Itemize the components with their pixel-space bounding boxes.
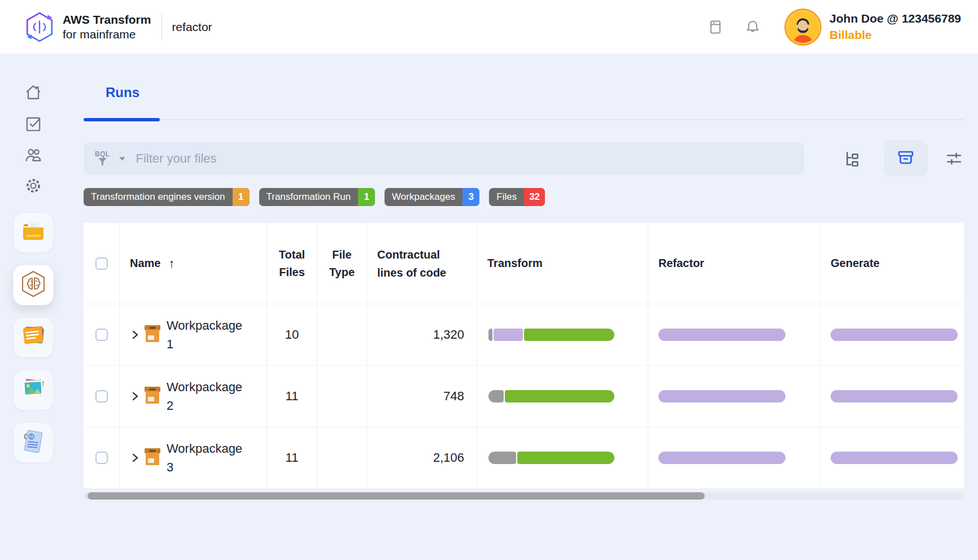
chip-files[interactable]: Files 32 xyxy=(489,188,545,206)
row-checkbox[interactable] xyxy=(95,390,108,403)
chevron-right-icon[interactable] xyxy=(130,391,140,402)
notes-stack-icon xyxy=(20,325,46,351)
left-sidebar: $ xyxy=(0,54,67,560)
notes-button[interactable] xyxy=(13,317,54,358)
billing-button[interactable]: $ xyxy=(13,422,54,463)
row-checkbox[interactable] xyxy=(95,329,108,341)
sliders-icon[interactable] xyxy=(944,148,964,169)
tab-runs-active-indicator xyxy=(84,118,160,121)
sort-ascending-icon[interactable]: ↑ xyxy=(168,256,174,271)
horizontal-scrollbar-thumb[interactable] xyxy=(88,492,705,500)
transform-brain-button[interactable] xyxy=(13,265,54,305)
bql-funnel-icon[interactable]: BQL xyxy=(95,151,110,167)
horizontal-scrollbar xyxy=(84,492,964,500)
archive-view-icon xyxy=(897,148,915,169)
main-content: Runs BQL Filter your files xyxy=(67,54,978,560)
header-checkbox-cell xyxy=(84,223,119,304)
top-header: AWS Transform for mainframe refactor xyxy=(0,0,978,54)
file-type-value xyxy=(317,427,366,488)
file-type-value xyxy=(317,304,366,365)
generate-progress-bar[interactable] xyxy=(831,452,958,464)
tree-view-icon[interactable] xyxy=(841,148,861,169)
tasks-check-icon[interactable] xyxy=(24,114,43,133)
caret-down-icon[interactable] xyxy=(119,156,126,161)
refactor-progress-bar[interactable] xyxy=(658,329,785,341)
notifications-bell-icon[interactable] xyxy=(744,19,761,36)
filter-placeholder: Filter your files xyxy=(136,151,217,166)
brand-line-2: for mainframe xyxy=(63,27,151,42)
refactor-progress-bar[interactable] xyxy=(658,452,785,464)
chevron-right-icon[interactable] xyxy=(130,452,140,463)
chip-count-badge: 3 xyxy=(462,188,479,206)
column-header-contractual-lines[interactable]: Contractual lines of code xyxy=(366,223,477,304)
sidebar-app-buttons: $ xyxy=(0,212,67,463)
brand-name: AWS Transform for mainframe xyxy=(63,12,151,41)
generate-progress-bar[interactable] xyxy=(831,329,958,341)
filter-chips-row: Transformation engines version 1 Transfo… xyxy=(84,188,964,206)
chip-transformation-run[interactable]: Transformation Run 1 xyxy=(259,188,376,206)
aws-transform-logo-icon xyxy=(24,11,55,43)
table-row-workpackage-1: Workpackage 1 10 1,320 xyxy=(84,304,964,365)
tab-runs[interactable]: Runs xyxy=(106,85,139,100)
user-info[interactable]: John Doe @ 123456789 Billable xyxy=(829,11,961,43)
total-files-value: 11 xyxy=(267,366,317,427)
user-billing-status: Billable xyxy=(829,27,961,43)
workpackage-box-icon xyxy=(144,386,161,407)
total-files-value: 10 xyxy=(267,304,317,365)
gallery-button[interactable] xyxy=(13,370,54,410)
documents-folder-icon xyxy=(21,221,46,244)
view-toggle-group xyxy=(841,141,964,177)
column-header-transform[interactable]: Transform xyxy=(477,223,648,304)
column-label: Refactor xyxy=(658,257,704,270)
users-icon[interactable] xyxy=(24,145,43,164)
contractual-lines-value: 2,106 xyxy=(366,427,477,488)
gallery-images-icon xyxy=(20,378,46,403)
user-avatar[interactable] xyxy=(784,8,822,46)
generate-progress-bar[interactable] xyxy=(831,390,958,403)
chip-count-badge: 1 xyxy=(358,188,375,206)
column-header-total-files[interactable]: Total Files xyxy=(267,223,317,304)
home-icon[interactable] xyxy=(24,83,43,102)
column-header-name[interactable]: Name ↑ xyxy=(119,223,267,304)
column-header-refactor[interactable]: Refactor xyxy=(648,223,820,304)
docs-icon[interactable] xyxy=(707,19,724,36)
transform-progress-bar[interactable] xyxy=(488,329,614,341)
app-name: refactor xyxy=(172,20,212,34)
transform-progress-bar[interactable] xyxy=(488,452,614,464)
workpackage-name[interactable]: Workpackage 3 xyxy=(167,439,252,476)
column-header-file-type[interactable]: File Type xyxy=(317,223,366,304)
user-name: John Doe @ 123456789 xyxy=(829,11,961,27)
settings-gear-icon[interactable] xyxy=(24,176,43,195)
chevron-right-icon[interactable] xyxy=(130,329,140,340)
select-all-checkbox[interactable] xyxy=(95,257,108,270)
column-label: Transform xyxy=(487,257,543,270)
column-label: Generate xyxy=(831,257,880,270)
workpackage-box-icon xyxy=(144,447,161,469)
chip-label: Transformation Run xyxy=(259,188,359,206)
filter-files-input[interactable]: BQL Filter your files xyxy=(84,142,804,175)
runs-table: Name ↑ Total Files File Type Contractual… xyxy=(84,223,964,488)
total-files-value: 11 xyxy=(267,427,317,488)
table-row-workpackage-2: Workpackage 2 11 748 xyxy=(84,365,964,427)
filter-toolbar: BQL Filter your files xyxy=(84,141,964,177)
refactor-progress-bar[interactable] xyxy=(658,390,785,403)
chip-count-badge: 32 xyxy=(524,188,545,206)
archive-view-button[interactable] xyxy=(884,141,928,177)
chip-label: Workpackages xyxy=(385,188,462,206)
column-label: File Type xyxy=(326,246,359,281)
chip-workpackages[interactable]: Workpackages 3 xyxy=(385,188,479,206)
workpackage-box-icon xyxy=(144,324,161,345)
file-type-value xyxy=(317,366,366,427)
chip-count-badge: 1 xyxy=(233,188,250,206)
row-checkbox[interactable] xyxy=(95,452,108,464)
workpackage-name[interactable]: Workpackage 2 xyxy=(167,378,252,415)
transform-progress-bar[interactable] xyxy=(488,390,614,403)
chip-transformation-engines-version[interactable]: Transformation engines version 1 xyxy=(84,188,250,206)
documents-folder-button[interactable] xyxy=(13,212,54,253)
workpackage-name[interactable]: Workpackage 1 xyxy=(167,316,252,353)
column-header-generate[interactable]: Generate xyxy=(820,223,964,304)
column-label: Total Files xyxy=(276,246,308,281)
header-divider xyxy=(161,14,162,40)
billing-receipt-icon: $ xyxy=(21,428,45,457)
contractual-lines-value: 748 xyxy=(366,366,477,427)
